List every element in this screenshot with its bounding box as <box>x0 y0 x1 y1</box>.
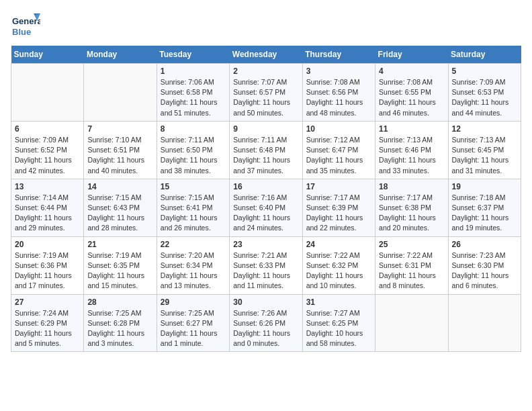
day-detail: Sunrise: 7:19 AMSunset: 6:35 PMDaylight:… <box>87 250 152 291</box>
day-cell: 29Sunrise: 7:25 AMSunset: 6:27 PMDayligh… <box>157 294 229 352</box>
day-detail: Sunrise: 7:17 AMSunset: 6:38 PMDaylight:… <box>379 193 444 234</box>
day-number: 4 <box>379 66 444 76</box>
day-cell <box>11 64 84 122</box>
day-detail: Sunrise: 7:13 AMSunset: 6:46 PMDaylight:… <box>379 135 444 176</box>
day-detail: Sunrise: 7:25 AMSunset: 6:27 PMDaylight:… <box>161 308 226 349</box>
day-number: 15 <box>161 182 226 191</box>
day-cell: 11Sunrise: 7:13 AMSunset: 6:46 PMDayligh… <box>375 121 448 179</box>
logo: General Blue <box>11 11 40 40</box>
day-detail: Sunrise: 7:15 AMSunset: 6:41 PMDaylight:… <box>161 193 226 234</box>
day-number: 18 <box>379 182 444 191</box>
day-detail: Sunrise: 7:11 AMSunset: 6:48 PMDaylight:… <box>233 135 298 176</box>
day-detail: Sunrise: 7:27 AMSunset: 6:25 PMDaylight:… <box>306 308 371 349</box>
day-detail: Sunrise: 7:19 AMSunset: 6:36 PMDaylight:… <box>15 250 80 291</box>
day-cell <box>84 64 157 122</box>
day-detail: Sunrise: 7:09 AMSunset: 6:53 PMDaylight:… <box>452 77 517 118</box>
day-number: 30 <box>233 298 298 307</box>
day-cell: 18Sunrise: 7:17 AMSunset: 6:38 PMDayligh… <box>375 179 448 236</box>
day-detail: Sunrise: 7:10 AMSunset: 6:51 PMDaylight:… <box>87 135 152 176</box>
day-cell: 20Sunrise: 7:19 AMSunset: 6:36 PMDayligh… <box>11 236 84 294</box>
page-header: General Blue <box>11 11 521 40</box>
day-cell: 13Sunrise: 7:14 AMSunset: 6:44 PMDayligh… <box>11 179 84 236</box>
day-number: 14 <box>87 182 152 191</box>
day-cell: 27Sunrise: 7:24 AMSunset: 6:29 PMDayligh… <box>11 294 84 352</box>
day-number: 31 <box>306 298 371 307</box>
day-number: 28 <box>87 298 152 307</box>
day-detail: Sunrise: 7:12 AMSunset: 6:47 PMDaylight:… <box>306 135 371 176</box>
day-cell: 24Sunrise: 7:22 AMSunset: 6:32 PMDayligh… <box>302 236 375 294</box>
day-number: 2 <box>233 66 298 76</box>
day-cell: 3Sunrise: 7:08 AMSunset: 6:56 PMDaylight… <box>302 64 375 122</box>
day-detail: Sunrise: 7:06 AMSunset: 6:58 PMDaylight:… <box>161 77 226 118</box>
day-number: 10 <box>306 124 371 134</box>
day-detail: Sunrise: 7:23 AMSunset: 6:30 PMDaylight:… <box>452 250 517 291</box>
day-detail: Sunrise: 7:24 AMSunset: 6:29 PMDaylight:… <box>15 308 80 349</box>
day-detail: Sunrise: 7:21 AMSunset: 6:33 PMDaylight:… <box>233 250 298 291</box>
calendar-table: SundayMondayTuesdayWednesdayThursdayFrid… <box>11 46 521 352</box>
day-cell: 14Sunrise: 7:15 AMSunset: 6:43 PMDayligh… <box>84 179 157 236</box>
day-number: 27 <box>15 298 80 307</box>
day-number: 22 <box>161 240 226 249</box>
day-cell: 8Sunrise: 7:11 AMSunset: 6:50 PMDaylight… <box>157 121 229 179</box>
day-cell: 25Sunrise: 7:22 AMSunset: 6:31 PMDayligh… <box>375 236 448 294</box>
day-cell: 31Sunrise: 7:27 AMSunset: 6:25 PMDayligh… <box>302 294 375 352</box>
week-row-1: 1Sunrise: 7:06 AMSunset: 6:58 PMDaylight… <box>11 64 521 122</box>
day-number: 16 <box>233 182 298 191</box>
column-header-wednesday: Wednesday <box>230 46 302 64</box>
day-detail: Sunrise: 7:11 AMSunset: 6:50 PMDaylight:… <box>161 135 226 176</box>
day-detail: Sunrise: 7:14 AMSunset: 6:44 PMDaylight:… <box>15 193 80 234</box>
week-row-5: 27Sunrise: 7:24 AMSunset: 6:29 PMDayligh… <box>11 294 521 352</box>
day-cell: 17Sunrise: 7:17 AMSunset: 6:39 PMDayligh… <box>302 179 375 236</box>
day-number: 9 <box>233 124 298 134</box>
day-detail: Sunrise: 7:15 AMSunset: 6:43 PMDaylight:… <box>87 193 152 234</box>
week-row-2: 6Sunrise: 7:09 AMSunset: 6:52 PMDaylight… <box>11 121 521 179</box>
day-cell: 19Sunrise: 7:18 AMSunset: 6:37 PMDayligh… <box>448 179 521 236</box>
day-number: 19 <box>452 182 517 191</box>
day-number: 6 <box>15 124 80 134</box>
column-header-thursday: Thursday <box>302 46 375 64</box>
day-detail: Sunrise: 7:08 AMSunset: 6:56 PMDaylight:… <box>306 77 371 118</box>
day-number: 23 <box>233 240 298 249</box>
day-detail: Sunrise: 7:26 AMSunset: 6:26 PMDaylight:… <box>233 308 298 349</box>
day-cell: 15Sunrise: 7:15 AMSunset: 6:41 PMDayligh… <box>157 179 229 236</box>
day-number: 21 <box>87 240 152 249</box>
column-header-monday: Monday <box>84 46 157 64</box>
day-cell: 2Sunrise: 7:07 AMSunset: 6:57 PMDaylight… <box>230 64 302 122</box>
day-detail: Sunrise: 7:09 AMSunset: 6:52 PMDaylight:… <box>15 135 80 176</box>
day-number: 7 <box>87 124 152 134</box>
day-detail: Sunrise: 7:16 AMSunset: 6:40 PMDaylight:… <box>233 193 298 234</box>
day-number: 17 <box>306 182 371 191</box>
day-detail: Sunrise: 7:20 AMSunset: 6:34 PMDaylight:… <box>161 250 226 291</box>
day-cell: 9Sunrise: 7:11 AMSunset: 6:48 PMDaylight… <box>230 121 302 179</box>
day-cell: 6Sunrise: 7:09 AMSunset: 6:52 PMDaylight… <box>11 121 84 179</box>
day-detail: Sunrise: 7:18 AMSunset: 6:37 PMDaylight:… <box>452 193 517 234</box>
day-cell: 30Sunrise: 7:26 AMSunset: 6:26 PMDayligh… <box>230 294 302 352</box>
day-cell: 23Sunrise: 7:21 AMSunset: 6:33 PMDayligh… <box>230 236 302 294</box>
week-row-3: 13Sunrise: 7:14 AMSunset: 6:44 PMDayligh… <box>11 179 521 236</box>
day-number: 5 <box>452 66 517 76</box>
svg-text:Blue: Blue <box>12 27 31 37</box>
day-cell: 21Sunrise: 7:19 AMSunset: 6:35 PMDayligh… <box>84 236 157 294</box>
day-cell <box>448 294 521 352</box>
day-detail: Sunrise: 7:25 AMSunset: 6:28 PMDaylight:… <box>87 308 152 349</box>
column-header-saturday: Saturday <box>448 46 521 64</box>
day-cell: 7Sunrise: 7:10 AMSunset: 6:51 PMDaylight… <box>84 121 157 179</box>
day-number: 8 <box>161 124 226 134</box>
day-detail: Sunrise: 7:13 AMSunset: 6:45 PMDaylight:… <box>452 135 517 176</box>
day-number: 24 <box>306 240 371 249</box>
day-number: 11 <box>379 124 444 134</box>
day-number: 3 <box>306 66 371 76</box>
day-detail: Sunrise: 7:22 AMSunset: 6:31 PMDaylight:… <box>379 250 444 291</box>
day-cell: 26Sunrise: 7:23 AMSunset: 6:30 PMDayligh… <box>448 236 521 294</box>
day-cell: 16Sunrise: 7:16 AMSunset: 6:40 PMDayligh… <box>230 179 302 236</box>
day-cell: 4Sunrise: 7:08 AMSunset: 6:55 PMDaylight… <box>375 64 448 122</box>
day-detail: Sunrise: 7:17 AMSunset: 6:39 PMDaylight:… <box>306 193 371 234</box>
day-detail: Sunrise: 7:22 AMSunset: 6:32 PMDaylight:… <box>306 250 371 291</box>
header-row: SundayMondayTuesdayWednesdayThursdayFrid… <box>11 46 521 64</box>
logo-graphic: General Blue <box>11 11 40 40</box>
day-detail: Sunrise: 7:07 AMSunset: 6:57 PMDaylight:… <box>233 77 298 118</box>
day-number: 20 <box>15 240 80 249</box>
week-row-4: 20Sunrise: 7:19 AMSunset: 6:36 PMDayligh… <box>11 236 521 294</box>
day-cell: 12Sunrise: 7:13 AMSunset: 6:45 PMDayligh… <box>448 121 521 179</box>
day-detail: Sunrise: 7:08 AMSunset: 6:55 PMDaylight:… <box>379 77 444 118</box>
